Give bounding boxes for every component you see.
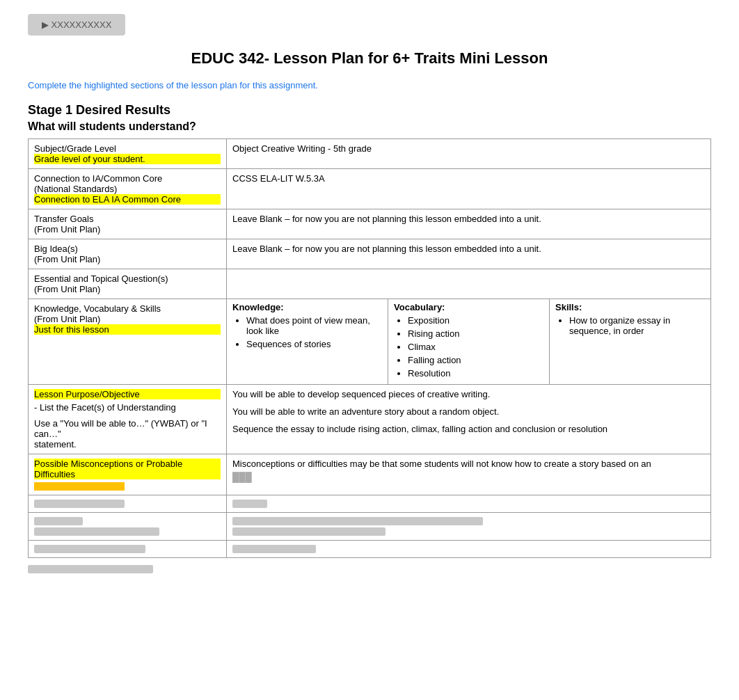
table-row-misconceptions: Possible Misconceptions or Probable Diff… (29, 454, 711, 495)
label-essential: Essential and Topical Question(s)(From U… (29, 269, 227, 299)
label-lesson-purpose: Lesson Purpose/Objective - List the Face… (29, 385, 227, 454)
label-redacted-3 (29, 541, 227, 558)
stage-heading: Stage 1 Desired Results (28, 103, 711, 118)
value-misconceptions: Misconceptions or difficulties may be th… (227, 454, 711, 495)
vocabulary-heading: Vocabulary: (394, 302, 543, 312)
label-redacted-1 (29, 495, 227, 513)
vocabulary-list: Exposition Rising action Climax Falling … (394, 315, 543, 379)
value-redacted-1 (227, 495, 711, 513)
skills-item-1: How to organize essay in sequence, in or… (569, 315, 705, 336)
skills-list: How to organize essay in sequence, in or… (555, 315, 705, 336)
highlight-grade-level: Grade level of your student. (34, 154, 221, 164)
lesson-value-3: Sequence the essay to include rising act… (232, 424, 705, 434)
vocab-item-2: Rising action (408, 328, 543, 339)
highlight-connection: Connection to ELA IA Common Core (34, 194, 221, 205)
vocab-item-5: Resolution (408, 368, 543, 379)
top-button[interactable]: ▶ XXXXXXXXXX (28, 14, 125, 35)
label-knowledge: Knowledge, Vocabulary & Skills(From Unit… (29, 299, 227, 385)
lesson-value-1: You will be able to develop sequenced pi… (232, 389, 705, 399)
misconceptions-text: Misconceptions or difficulties may be th… (232, 459, 705, 469)
label-bigidea: Big Idea(s)(From Unit Plan) (29, 239, 227, 269)
vocab-item-4: Falling action (408, 355, 543, 365)
knowledge-item-1: What does point of view mean, look like (246, 315, 382, 336)
highlight-knowledge: Just for this lesson (34, 324, 221, 335)
lesson-plan-table: Subject/Grade Level Grade level of your … (28, 138, 711, 558)
table-row-redacted-1 (29, 495, 711, 513)
bottom-label (28, 565, 711, 575)
knowledge-knowledge-col: Knowledge: What does point of view mean,… (227, 299, 388, 384)
table-row-lesson-purpose: Lesson Purpose/Objective - List the Face… (29, 385, 711, 454)
misconceptions-continuation: ███ (232, 472, 705, 482)
table-row-redacted-2 (29, 513, 711, 541)
value-connection: CCSS ELA-LIT W.5.3A (227, 169, 711, 209)
vocabulary-col: Vocabulary: Exposition Rising action Cli… (388, 299, 550, 384)
highlight-misconceptions: Possible Misconceptions or Probable Diff… (34, 459, 221, 479)
label-subject: Subject/Grade Level Grade level of your … (29, 139, 227, 169)
table-row-knowledge: Knowledge, Vocabulary & Skills(From Unit… (29, 299, 711, 385)
value-lesson-purpose: You will be able to develop sequenced pi… (227, 385, 711, 454)
table-row-connection: Connection to IA/Common Core(National St… (29, 169, 711, 209)
table-row-essential: Essential and Topical Question(s)(From U… (29, 269, 711, 299)
value-knowledge: Knowledge: What does point of view mean,… (227, 299, 711, 385)
table-row-bigidea: Big Idea(s)(From Unit Plan) Leave Blank … (29, 239, 711, 269)
skills-heading: Skills: (555, 302, 705, 312)
knowledge-heading: Knowledge: (232, 302, 382, 312)
value-bigidea: Leave Blank – for now you are not planni… (227, 239, 711, 269)
stage-subheading: What will students understand? (28, 120, 711, 133)
lesson-value-2: You will be able to write an adventure s… (232, 406, 705, 417)
table-row-transfer: Transfer Goals(From Unit Plan) Leave Bla… (29, 209, 711, 239)
value-transfer: Leave Blank – for now you are not planni… (227, 209, 711, 239)
knowledge-item-2: Sequences of stories (246, 339, 382, 349)
value-redacted-3 (227, 541, 711, 558)
value-subject: Object Creative Writing - 5th grade (227, 139, 711, 169)
page-title: EDUC 342- Lesson Plan for 6+ Traits Mini… (28, 49, 711, 67)
highlight-misc-orange (34, 482, 125, 491)
value-redacted-2 (227, 513, 711, 541)
instruction-text: Complete the highlighted sections of the… (28, 80, 711, 90)
vocab-item-1: Exposition (408, 315, 543, 326)
label-connection: Connection to IA/Common Core(National St… (29, 169, 227, 209)
value-essential (227, 269, 711, 299)
label-transfer: Transfer Goals(From Unit Plan) (29, 209, 227, 239)
vocab-item-3: Climax (408, 342, 543, 352)
highlight-lesson-purpose: Lesson Purpose/Objective (34, 389, 221, 399)
label-misconceptions: Possible Misconceptions or Probable Diff… (29, 454, 227, 495)
label-redacted-2 (29, 513, 227, 541)
knowledge-list: What does point of view mean, look like … (232, 315, 382, 349)
table-row-redacted-3 (29, 541, 711, 558)
table-row-subject: Subject/Grade Level Grade level of your … (29, 139, 711, 169)
skills-col: Skills: How to organize essay in sequenc… (550, 299, 710, 384)
